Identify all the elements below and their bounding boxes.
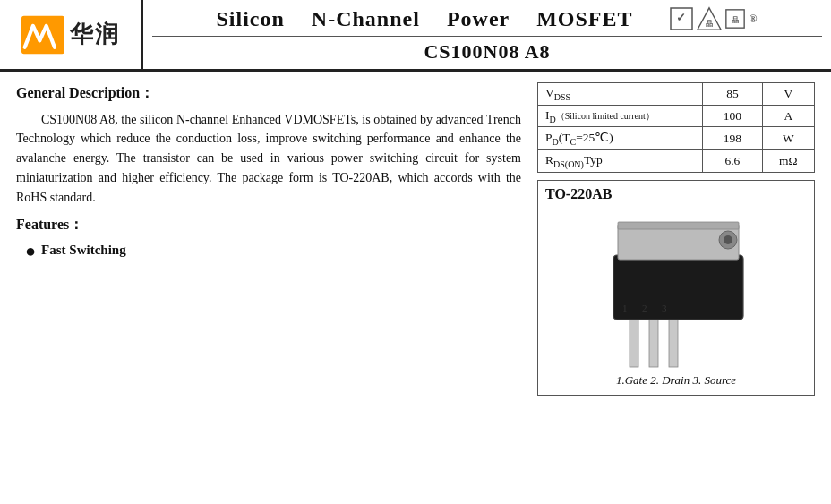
- header-right: Silicon N-Channel Power MOSFET ✓ 品 品: [143, 0, 831, 69]
- unit-vdss: V: [762, 83, 814, 106]
- svg-rect-9: [669, 313, 678, 367]
- part-number: CS100N08 A8: [424, 40, 550, 64]
- description-paragraph: CS100N08 A8, the silicon N-channel Enhan…: [16, 110, 521, 207]
- logo-text-cn: 华润: [70, 19, 120, 50]
- package-diagram: 1 2 3: [545, 206, 807, 372]
- list-item: ● Fast Switching: [25, 240, 521, 261]
- unit-pd: W: [762, 127, 814, 150]
- features-list: ● Fast Switching: [16, 240, 521, 261]
- package-caption: 1.Gate 2. Drain 3. Source: [545, 373, 807, 388]
- svg-rect-10: [613, 255, 743, 320]
- table-row: ID（Silicon limited current） 100 A: [538, 105, 815, 127]
- package-box: TO-220AB: [537, 180, 815, 396]
- to220ab-diagram: 1 2 3: [569, 206, 784, 372]
- svg-text:1: 1: [622, 303, 628, 313]
- title-power: Power: [447, 7, 510, 31]
- param-rds: RDS(ON)Typ: [538, 150, 703, 173]
- title-nchannel: N-Channel: [312, 7, 420, 31]
- bullet-icon: ●: [25, 242, 36, 260]
- svg-rect-14: [618, 222, 739, 229]
- general-description-heading: General Description：: [16, 82, 521, 105]
- param-vdss: VDSS: [538, 83, 703, 106]
- quality-icon: ✓: [669, 6, 694, 31]
- title-silicon: Silicon: [217, 7, 285, 31]
- param-pd: PD(TC=25℃): [538, 127, 703, 150]
- table-row: RDS(ON)Typ 6.6 mΩ: [538, 150, 815, 173]
- logo-box: 华润: [0, 0, 143, 69]
- page-header: 华润 Silicon N-Channel Power MOSFET ✓ 品: [0, 0, 831, 72]
- package-title: TO-220AB: [545, 186, 807, 202]
- unit-rds: mΩ: [762, 150, 814, 173]
- svg-rect-7: [630, 313, 638, 367]
- value-pd: 198: [703, 127, 762, 150]
- rectangle-icon: 品: [724, 8, 746, 30]
- logo-icon: [21, 15, 64, 55]
- svg-point-13: [724, 235, 732, 244]
- svg-text:2: 2: [642, 303, 647, 313]
- value-rds: 6.6: [703, 150, 762, 173]
- value-vdss: 85: [703, 83, 762, 106]
- table-row: PD(TC=25℃) 198 W: [538, 127, 815, 150]
- header-title-row: Silicon N-Channel Power MOSFET ✓ 品 品: [152, 5, 822, 37]
- registered-mark: ®: [750, 13, 758, 26]
- specs-table: VDSS 85 V ID（Silicon limited current） 10…: [537, 82, 815, 173]
- triangle-icon: 品: [696, 5, 723, 32]
- svg-text:✓: ✓: [676, 11, 687, 24]
- param-id: ID（Silicon limited current）: [538, 105, 703, 127]
- left-column: General Description： CS100N08 A8, the si…: [16, 82, 521, 396]
- table-row: VDSS 85 V: [538, 83, 815, 106]
- svg-text:3: 3: [662, 303, 667, 313]
- unit-id: A: [762, 105, 814, 127]
- svg-text:品: 品: [731, 16, 739, 24]
- svg-text:品: 品: [705, 19, 713, 28]
- main-content: General Description： CS100N08 A8, the si…: [0, 72, 831, 405]
- brand-icons: ✓ 品 品 ®: [669, 5, 758, 32]
- feature-label: Fast Switching: [41, 240, 126, 261]
- value-id: 100: [703, 105, 762, 127]
- features-heading: Features：: [16, 214, 521, 236]
- title-mosfet: MOSFET: [536, 7, 632, 31]
- right-column: VDSS 85 V ID（Silicon limited current） 10…: [537, 82, 815, 396]
